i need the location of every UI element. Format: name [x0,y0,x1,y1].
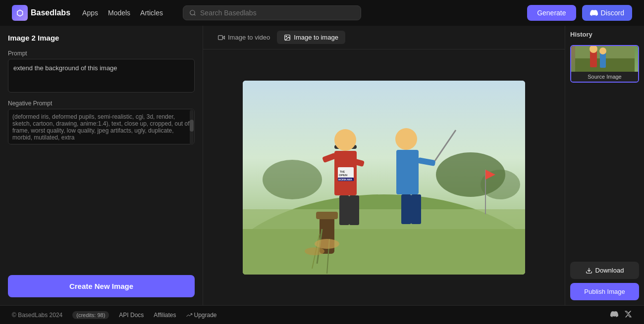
svg-point-45 [599,47,606,54]
history-label: Source Image [571,72,638,82]
upgrade-icon [186,312,192,318]
history-thumb [571,46,638,72]
twitter-footer-icon[interactable] [624,310,632,320]
affiliates-link[interactable]: Affiliates [154,312,176,319]
nav-models[interactable]: Models [108,9,130,17]
main-content: Image 2 Image Prompt extend the backgrou… [0,26,644,305]
logo-icon: ⬡ [12,5,28,21]
neg-prompt-label: Negative Prompt [8,100,195,107]
svg-point-25 [395,128,417,150]
search-bar [183,5,361,20]
search-input[interactable] [200,9,355,17]
svg-rect-17 [349,195,359,225]
history-title: History [570,31,639,38]
prompt-label: Prompt [8,50,195,57]
svg-point-38 [315,239,339,249]
nav-apps[interactable]: Apps [82,9,98,17]
discord-label: Discord [601,9,624,17]
logo-text: Basedlabs [31,8,70,17]
golf-image-svg: THE OPEN MORIKAWA [243,81,525,275]
svg-point-10 [263,160,322,199]
history-item[interactable]: Source Image [570,45,639,83]
action-buttons: Download Publish Image [570,262,639,300]
svg-rect-28 [411,194,421,224]
svg-rect-9 [243,229,525,275]
credits-badge: (credits: 98) [72,311,109,319]
download-icon [586,267,592,274]
search-icon [189,9,196,16]
nav-links: Apps Models Articles [82,9,163,17]
svg-rect-32 [316,212,338,219]
neg-prompt-container: (deformed iris, deformed pupils, semi-re… [8,109,195,146]
nav-right: Generate Discord [527,5,632,21]
discord-button[interactable]: Discord [582,5,632,21]
image-icon [284,34,291,41]
upgrade-link[interactable]: Upgrade [186,312,217,319]
discord-icon [590,9,598,17]
svg-rect-2 [218,35,223,39]
discord-footer-icon[interactable] [610,310,618,320]
tab-bar: Image to video Image to image [203,26,565,49]
copyright: © BasedLabs 2024 [12,312,62,319]
create-button[interactable]: Create New Image [8,275,195,297]
generate-button[interactable]: Generate [527,5,576,21]
svg-rect-16 [339,195,349,225]
main-image: THE OPEN MORIKAWA [243,81,525,275]
scrollbar-track [190,110,194,145]
svg-point-14 [334,129,356,151]
download-label: Download [595,267,624,274]
prompt-textarea[interactable]: extend the background of this image [8,59,195,93]
svg-marker-1 [222,36,224,39]
footer: © BasedLabs 2024 (credits: 98) API Docs … [0,305,644,324]
svg-point-4 [286,36,287,37]
svg-text:MORIKAWA: MORIKAWA [338,178,352,181]
svg-point-39 [305,247,324,255]
svg-rect-27 [401,194,411,224]
center-panel: Image to video Image to image [203,26,565,305]
svg-text:THE: THE [340,170,345,173]
publish-button[interactable]: Publish Image [570,283,639,300]
logo[interactable]: ⬡ Basedlabs [12,5,70,21]
left-panel: Image 2 Image Prompt extend the backgrou… [0,26,203,305]
tab-image-to-image[interactable]: Image to image [277,31,345,44]
upgrade-label: Upgrade [194,312,217,319]
api-docs-link[interactable]: API Docs [119,312,144,319]
tab-image-to-video[interactable]: Image to video [211,31,277,44]
history-sidebar: History Source Image Download Publish Im… [565,26,644,305]
neg-prompt-section: Negative Prompt (deformed iris, deformed… [8,100,195,146]
download-button[interactable]: Download [570,262,639,279]
tab-image-label: Image to image [294,34,338,41]
image-area: THE OPEN MORIKAWA [203,49,565,305]
svg-point-0 [190,10,195,15]
footer-icons [610,310,632,320]
svg-rect-26 [396,150,419,194]
tab-video-label: Image to video [228,34,270,41]
scrollbar-thumb[interactable] [190,120,194,132]
video-icon [218,34,225,41]
prompt-section: Prompt extend the background of this ima… [8,50,195,94]
neg-prompt-textarea[interactable]: (deformed iris, deformed pupils, semi-re… [8,109,195,144]
panel-title: Image 2 Image [8,34,195,42]
nav-articles[interactable]: Articles [140,9,163,17]
navbar: ⬡ Basedlabs Apps Models Articles Generat… [0,0,644,26]
svg-text:OPEN: OPEN [339,174,347,177]
